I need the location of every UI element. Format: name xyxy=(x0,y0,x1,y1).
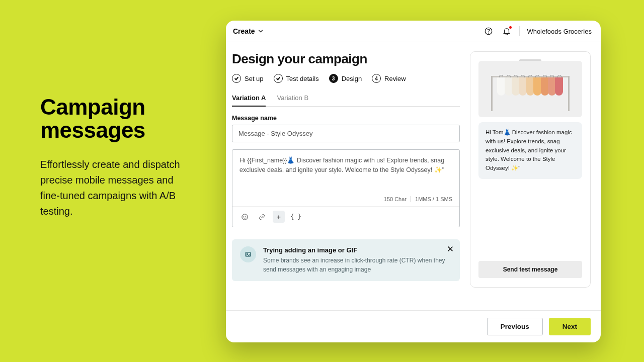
variable-icon[interactable]: { } xyxy=(290,211,302,223)
tip-banner: Trying adding an image or GIF Some brand… xyxy=(232,239,460,281)
promo-body: Effortlessly create and dispatch precise… xyxy=(40,157,191,219)
tip-title: Trying adding an image or GIF xyxy=(263,246,452,254)
message-name-label: Message name xyxy=(232,115,460,122)
char-count: 150 Char xyxy=(384,196,407,202)
message-body-input[interactable]: Hi {{First_name}}👗 Discover fashion magi… xyxy=(232,150,459,196)
check-icon xyxy=(274,74,283,83)
step-setup[interactable]: Set up xyxy=(232,74,264,83)
preview-card: Hi Tom👗 Discover fashion magic with us! … xyxy=(470,51,591,288)
message-name-input[interactable] xyxy=(232,125,460,142)
send-test-button[interactable]: Send test message xyxy=(478,261,582,278)
svg-point-3 xyxy=(244,216,244,216)
create-menu[interactable]: Create xyxy=(233,27,263,35)
next-button[interactable]: Next xyxy=(549,318,591,335)
sms-count: 1MMS / 1 SMS xyxy=(415,196,452,202)
message-composer: Hi {{First_name}}👗 Discover fashion magi… xyxy=(232,149,460,227)
step-label: Test details xyxy=(286,75,319,82)
svg-rect-5 xyxy=(246,252,250,256)
tab-variation-b[interactable]: Variation B xyxy=(277,94,308,106)
composer-meta: 150 Char 1MMS / 1 SMS xyxy=(232,196,459,206)
topbar: Create Wholefoods Groceries xyxy=(226,21,601,42)
step-number: 4 xyxy=(372,74,381,83)
step-number: 3 xyxy=(329,74,338,83)
step-test-details[interactable]: Test details xyxy=(274,74,319,83)
tip-body: Some brands see an increase in click-thr… xyxy=(263,256,452,274)
topbar-divider xyxy=(519,26,520,36)
notifications-icon[interactable] xyxy=(501,26,512,37)
chevron-down-icon xyxy=(258,29,263,34)
image-icon xyxy=(240,246,256,262)
svg-point-4 xyxy=(246,216,246,216)
stepper: Set up Test details 3 Design 4 Review xyxy=(232,74,460,83)
step-label: Set up xyxy=(245,75,264,82)
promo-panel: Campaign messages Effortlessly create an… xyxy=(40,96,191,219)
check-icon xyxy=(232,74,241,83)
phone-preview: Hi Tom👗 Discover fashion magic with us! … xyxy=(478,61,582,278)
svg-point-2 xyxy=(242,214,247,219)
step-review[interactable]: 4 Review xyxy=(372,74,406,83)
page-title: Design your campaign xyxy=(232,51,460,67)
previous-button[interactable]: Previous xyxy=(487,318,543,335)
tab-variation-a[interactable]: Variation A xyxy=(232,94,266,107)
create-label: Create xyxy=(233,27,255,35)
link-icon[interactable] xyxy=(256,211,268,223)
composer-toolbar: + { } xyxy=(232,206,459,227)
help-icon[interactable] xyxy=(483,26,494,37)
emoji-icon[interactable] xyxy=(238,211,251,223)
add-icon[interactable]: + xyxy=(273,211,285,223)
variation-tabs: Variation A Variation B xyxy=(232,94,460,107)
step-label: Design xyxy=(342,75,362,82)
preview-hero-image xyxy=(478,61,582,117)
notification-badge xyxy=(509,26,512,29)
step-label: Review xyxy=(384,75,406,82)
preview-message-bubble: Hi Tom👗 Discover fashion magic with us! … xyxy=(478,122,582,179)
close-icon[interactable] xyxy=(447,245,454,254)
step-design[interactable]: 3 Design xyxy=(329,74,362,83)
promo-heading: Campaign messages xyxy=(40,96,191,142)
workspace-name[interactable]: Wholefoods Groceries xyxy=(527,28,592,35)
app-window: Create Wholefoods Groceries Desig xyxy=(226,21,601,342)
footer-actions: Previous Next xyxy=(226,310,601,342)
svg-point-1 xyxy=(489,33,489,33)
meta-divider xyxy=(411,196,411,202)
